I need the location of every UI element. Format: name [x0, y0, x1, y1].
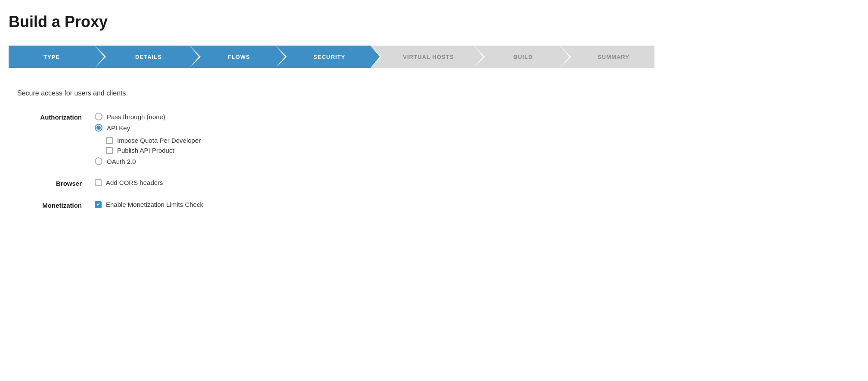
radio-oauth[interactable]: OAuth 2.0 — [95, 157, 201, 165]
section-description: Secure access for users and clients. — [17, 89, 851, 97]
radio-oauth-circle — [95, 157, 102, 165]
radio-pass-through-label: Pass through (none) — [107, 113, 165, 120]
step-summary[interactable]: SUMMARY — [560, 46, 654, 68]
checkbox-enable-monetization-label: Enable Monetization Limits Check — [106, 201, 203, 208]
step-virtual-hosts[interactable]: VIRTUAL HOSTS — [370, 46, 474, 68]
radio-api-key-circle — [95, 124, 102, 132]
monetization-label: Monetization — [17, 201, 95, 209]
radio-oauth-label: OAuth 2.0 — [107, 158, 136, 165]
checkbox-publish-api-box — [106, 147, 113, 154]
radio-api-key-label: API Key — [107, 124, 130, 132]
checkbox-cors-box — [95, 179, 102, 186]
monetization-options: Enable Monetization Limits Check — [95, 201, 203, 208]
step-details[interactable]: DETAILS — [95, 46, 189, 68]
checkbox-cors-label: Add CORS headers — [106, 179, 163, 186]
checkbox-impose-quota-label: Impose Quota Per Developer — [117, 137, 201, 144]
content-area: Secure access for users and clients. Aut… — [9, 85, 859, 227]
step-build[interactable]: BUILD — [474, 46, 560, 68]
radio-pass-through-circle — [95, 113, 102, 120]
checkbox-enable-monetization-box — [95, 201, 102, 208]
authorization-section: Authorization Pass through (none) API Ke… — [17, 113, 851, 165]
browser-options: Add CORS headers — [95, 179, 163, 186]
wizard-steps: TYPE DETAILS FLOWS SECURITY VIRTUAL HOST… — [9, 46, 859, 68]
authorization-options: Pass through (none) API Key Impose Quota… — [95, 113, 201, 165]
api-key-sub-options: Impose Quota Per Developer Publish API P… — [106, 137, 201, 154]
page-title: Build a Proxy — [9, 9, 859, 35]
browser-section: Browser Add CORS headers — [17, 179, 851, 187]
step-flows[interactable]: FLOWS — [189, 46, 276, 68]
checkbox-publish-api-label: Publish API Product — [117, 147, 174, 154]
checkbox-cors[interactable]: Add CORS headers — [95, 179, 163, 186]
step-security[interactable]: SECURITY — [276, 46, 370, 68]
radio-api-key[interactable]: API Key — [95, 124, 201, 132]
checkbox-publish-api[interactable]: Publish API Product — [106, 147, 201, 154]
checkbox-enable-monetization[interactable]: Enable Monetization Limits Check — [95, 201, 203, 208]
browser-label: Browser — [17, 179, 95, 187]
step-type[interactable]: TYPE — [9, 46, 95, 68]
checkbox-impose-quota-box — [106, 137, 113, 144]
authorization-label: Authorization — [17, 113, 95, 121]
checkbox-impose-quota[interactable]: Impose Quota Per Developer — [106, 137, 201, 144]
monetization-section: Monetization Enable Monetization Limits … — [17, 201, 851, 209]
radio-pass-through[interactable]: Pass through (none) — [95, 113, 201, 120]
